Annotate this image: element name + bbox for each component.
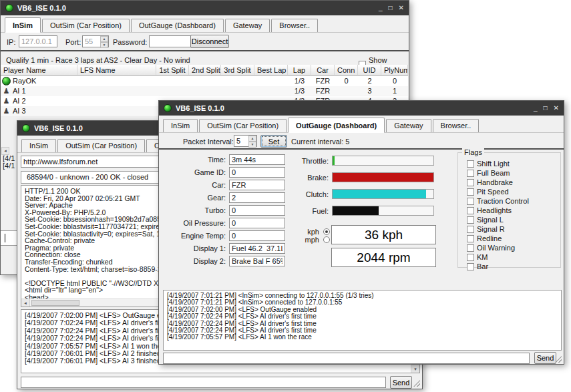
minimize-icon[interactable]: _ (379, 3, 383, 13)
car-input[interactable] (229, 180, 285, 190)
tab-gateway[interactable]: Gateway (386, 119, 431, 132)
table-column-header[interactable]: 2nd Split (189, 65, 221, 76)
flag-checkbox[interactable] (467, 235, 474, 242)
cell-split1 (156, 76, 189, 86)
spinner-up-icon[interactable]: ▲ (248, 136, 256, 142)
scrollbar-thumb[interactable] (31, 300, 79, 306)
tab-outgauge[interactable]: OutGauge (Dashboard) (288, 118, 385, 133)
cell-uid: 2 (358, 76, 381, 86)
minimize-icon[interactable]: _ (534, 104, 538, 113)
flag-checkbox[interactable] (467, 207, 474, 214)
display1-label: Display 1: (166, 244, 229, 252)
tab-browser[interactable]: Browser.. (433, 119, 480, 132)
table-column-header[interactable]: Conn (335, 65, 358, 76)
gear-input[interactable] (229, 192, 285, 203)
close-icon[interactable]: ✕ (399, 3, 404, 13)
flag-checkbox[interactable] (467, 198, 474, 205)
ai-player-icon (2, 97, 11, 106)
titlebar[interactable]: VB6_ISE 0.1.0 _ □ ✕ (159, 101, 564, 116)
display1-input[interactable] (229, 243, 285, 254)
ip-input[interactable] (19, 35, 57, 47)
table-row[interactable]: AI 1 1/3 FZR 3 1 (1, 86, 408, 96)
cell-uid: 3 (358, 86, 381, 96)
player-name: AI 1 (13, 86, 26, 96)
tab-outsim[interactable]: OutSim (Car Position) (199, 119, 287, 132)
tab-insim[interactable]: InSim (5, 17, 41, 33)
tab-outsim[interactable]: OutSim (Car Position) (57, 139, 145, 152)
flag-checkbox[interactable] (467, 254, 474, 261)
cell-best-lap (254, 86, 288, 96)
tab-outgauge[interactable]: OutGauge (Dashboard) (131, 19, 224, 32)
display2-input[interactable] (229, 256, 285, 266)
divider (159, 148, 564, 150)
mph-radio[interactable] (323, 236, 330, 243)
spinner-up-icon[interactable]: ▲ (100, 36, 108, 42)
tab-insim[interactable]: InSim (163, 119, 198, 132)
engine-temp-input[interactable] (229, 230, 285, 241)
table-column-header[interactable]: Best Lap (254, 65, 288, 76)
oil-pressure-input[interactable] (229, 218, 285, 228)
set-button[interactable]: Set (260, 135, 287, 148)
flag-checkbox[interactable] (467, 244, 474, 252)
spinner-down-icon[interactable]: ▼ (100, 42, 108, 48)
spinner-down-icon[interactable]: ▼ (248, 142, 256, 148)
maximize-icon[interactable]: □ (544, 104, 548, 113)
message-input[interactable] (21, 377, 386, 388)
fuel-bar-fill (333, 206, 379, 215)
cell-conn: 0 (335, 76, 358, 86)
cell-lfs-name (77, 106, 156, 116)
tab-outsim[interactable]: OutSim (Car Position) (42, 19, 130, 32)
resize-grip[interactable] (413, 380, 420, 387)
flag-checkbox[interactable] (467, 170, 474, 177)
flag-checkbox[interactable] (467, 216, 474, 224)
maximize-icon[interactable]: □ (389, 3, 393, 13)
flag-label: Pit Speed (477, 188, 509, 196)
player-name: RayOK (13, 76, 36, 86)
flag-row: Headlights (467, 207, 560, 214)
send-button[interactable]: Send (534, 352, 556, 364)
flag-row: Full Beam (467, 170, 560, 177)
time-label: Time: (166, 156, 229, 164)
disconnect-button[interactable]: Disconnect (190, 35, 229, 48)
scroll-left-icon[interactable]: ◂ (21, 299, 30, 307)
table-column-header[interactable]: PlyNum (381, 65, 408, 76)
close-icon[interactable]: ✕ (554, 104, 559, 113)
kph-radio[interactable] (323, 228, 330, 235)
cell-lfs-name (77, 86, 156, 96)
tab-gateway[interactable]: Gateway (225, 19, 270, 32)
cell-plynum: 0 (381, 76, 408, 86)
password-label: Password: (113, 38, 147, 46)
titlebar[interactable]: VB6_ISE 0.1.0 _ □ ✕ (1, 1, 409, 15)
time-input[interactable] (229, 154, 285, 165)
table-column-header[interactable]: 1st Split (156, 65, 189, 76)
display2-label: Display 2: (166, 257, 229, 265)
table-column-header[interactable]: Car (311, 65, 335, 76)
turbo-input[interactable] (229, 205, 285, 216)
flag-checkbox[interactable] (467, 263, 474, 270)
send-button[interactable]: Send (390, 376, 412, 389)
table-column-header[interactable]: LFS Name (77, 65, 156, 76)
flag-label: Redline (477, 235, 502, 242)
table-column-header[interactable]: 3rd Split (221, 65, 254, 76)
event-log-area[interactable]: [4/19/2007 7:01:21 PM] <InSim> connectin… (163, 290, 562, 351)
table-column-header[interactable]: Lap (288, 65, 311, 76)
cell-conn (335, 86, 358, 96)
tab-insim[interactable]: InSim (21, 139, 56, 152)
flag-checkbox[interactable] (467, 188, 474, 196)
cell-lfs-name (77, 96, 156, 106)
scroll-down-icon[interactable]: ▾ (411, 365, 419, 373)
clutch-bar-fill (333, 190, 426, 198)
cell-lap: 1/3 (288, 86, 311, 96)
flag-checkbox[interactable] (467, 226, 474, 233)
game-id-input[interactable] (229, 167, 285, 178)
oil-pressure-label: Oil Pressure: (166, 219, 229, 227)
table-row[interactable]: RayOK 1/3 FZR 0 2 0 (1, 76, 408, 86)
table-column-header[interactable]: Player Name (1, 65, 77, 76)
tab-browser[interactable]: Browser.. (271, 19, 318, 32)
table-column-header[interactable]: UID (358, 65, 381, 76)
table-header: Player NameLFS Name1st Split2nd Split3rd… (1, 65, 408, 76)
message-input[interactable] (163, 353, 530, 364)
flag-checkbox[interactable] (467, 179, 474, 186)
flag-checkbox[interactable] (467, 160, 474, 168)
cell-split3 (221, 86, 254, 96)
